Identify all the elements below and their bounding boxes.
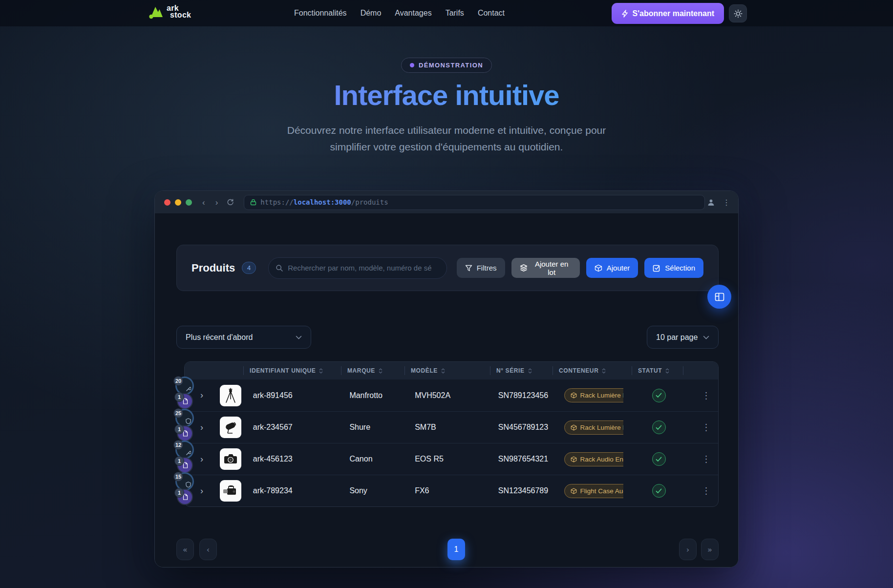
demo-badge-label: DÉMONSTRATION <box>419 62 483 69</box>
per-page-value: 10 par page <box>656 333 698 342</box>
layout-icon <box>715 293 724 301</box>
sort-icon <box>602 368 606 374</box>
row-quantity-badges: 12 1 <box>175 441 194 473</box>
browser-window: ‹ › https://localhost:3000/produits ⋮ Pr… <box>154 190 739 567</box>
sort-icon <box>441 368 445 374</box>
cell-identifiant: ark-456123 <box>253 455 350 463</box>
box-icon <box>595 264 602 272</box>
url-bar[interactable]: https://localhost:3000/produits <box>244 195 705 210</box>
product-thumbnail-camera <box>220 448 241 470</box>
close-button[interactable] <box>164 199 170 206</box>
container-box-icon <box>571 392 577 399</box>
lock-icon <box>250 199 256 206</box>
page-subtitle: Découvrez notre interface utilisateur mo… <box>276 122 617 155</box>
maximize-button[interactable] <box>186 199 192 206</box>
brand-logo[interactable]: arkstock <box>148 4 191 20</box>
container-box-icon <box>571 456 577 462</box>
table-row: 20 1 › ark-891456 Manfrotto MVH502A SN78… <box>185 379 718 411</box>
nav-link-avantages[interactable]: Avantages <box>395 9 431 18</box>
cell-identifiant: ark-891456 <box>253 391 350 400</box>
shield-icon <box>186 418 191 424</box>
sort-dropdown[interactable]: Plus récent d'abord <box>176 326 311 349</box>
layers-icon <box>520 264 528 272</box>
nav-link-fonctionnalites[interactable]: Fonctionnalités <box>294 9 347 18</box>
nav-link-contact[interactable]: Contact <box>478 9 505 18</box>
document-count-badge: 1 <box>177 393 193 409</box>
chevron-down-icon <box>703 336 709 339</box>
column-header-modele[interactable]: MODÈLE <box>404 366 490 375</box>
table-header: IDENTIFIANT UNIQUE MARQUE MODÈLE N° SÉRI… <box>185 362 718 379</box>
per-page-dropdown[interactable]: 10 par page <box>647 326 719 349</box>
subscribe-button[interactable]: S'abonner maintenant <box>612 3 724 24</box>
row-actions-menu[interactable]: ⋮ <box>694 390 718 401</box>
brand-name: arkstock <box>167 5 191 19</box>
badge-dot-icon <box>410 63 414 67</box>
products-table: IDENTIFIANT UNIQUE MARQUE MODÈLE N° SÉRI… <box>184 361 719 507</box>
sort-value: Plus récent d'abord <box>186 333 253 342</box>
search-icon <box>276 264 283 272</box>
nav-link-demo[interactable]: Démo <box>361 9 382 18</box>
theme-toggle-button[interactable] <box>729 4 747 22</box>
browser-menu-icon[interactable]: ⋮ <box>723 198 730 207</box>
profile-icon[interactable] <box>707 199 715 206</box>
products-count-badge: 4 <box>242 262 256 274</box>
pagination-last-button[interactable]: » <box>701 539 719 560</box>
column-header-serie[interactable]: N° SÉRIE <box>490 366 553 375</box>
container-chip: Rack Lumière Ent <box>564 420 624 435</box>
add-button[interactable]: Ajouter <box>586 258 638 278</box>
sort-icon <box>319 368 323 374</box>
nav-link-tarifs[interactable]: Tarifs <box>446 9 464 18</box>
selection-button[interactable]: Sélection <box>644 258 703 278</box>
table-row: 25 1 › ark-234567 Shure SM7B SN456789123… <box>185 411 718 443</box>
row-actions-menu[interactable]: ⋮ <box>694 454 718 464</box>
forward-icon[interactable]: › <box>215 198 218 207</box>
product-thumbnail-microphone <box>220 417 241 438</box>
column-header-statut[interactable]: STATUT <box>632 366 683 375</box>
pagination: « ‹ 1 › » <box>176 539 719 560</box>
view-layout-fab[interactable] <box>707 285 731 309</box>
pagination-prev-button[interactable]: ‹ <box>199 539 217 560</box>
column-header-marque[interactable]: MARQUE <box>341 366 404 375</box>
status-ok-icon <box>652 420 666 434</box>
column-header-identifiant[interactable]: IDENTIFIANT UNIQUE <box>243 366 341 375</box>
url-text: https://localhost:3000/produits <box>260 198 388 206</box>
back-icon[interactable]: ‹ <box>202 198 205 207</box>
cell-modele: MVH502A <box>415 391 498 400</box>
product-thumbnail-tripod <box>220 385 241 406</box>
status-ok-icon <box>652 452 666 466</box>
container-chip: Rack Lumière Ent <box>564 388 624 402</box>
window-controls <box>164 199 192 206</box>
cell-marque: Manfrotto <box>349 391 415 400</box>
top-navbar: arkstock Fonctionnalités Démo Avantages … <box>0 0 893 26</box>
column-header-conteneur[interactable]: CONTENEUR <box>553 366 632 375</box>
products-title: Produits <box>191 262 235 274</box>
bolt-icon <box>621 10 628 18</box>
cell-modele: SM7B <box>415 423 498 432</box>
pagination-next-button[interactable]: › <box>679 539 697 560</box>
status-ok-icon <box>652 389 666 402</box>
subscribe-label: S'abonner maintenant <box>633 9 714 18</box>
pagination-first-button[interactable]: « <box>176 539 194 560</box>
row-quantity-badges: 25 1 <box>175 409 194 441</box>
check-square-icon <box>653 264 660 272</box>
pagination-current-page[interactable]: 1 <box>447 539 465 560</box>
bulk-add-button[interactable]: Ajouter en lot <box>511 258 580 278</box>
sort-icon <box>665 368 669 374</box>
document-count-badge: 1 <box>177 457 193 473</box>
row-quantity-badges: 20 1 <box>175 377 194 409</box>
row-actions-menu[interactable]: ⋮ <box>694 422 718 433</box>
page-title: Interface intuitive <box>0 79 893 111</box>
filters-button[interactable]: Filtres <box>457 258 505 278</box>
funnel-icon <box>465 265 472 272</box>
refresh-icon[interactable] <box>227 199 234 206</box>
container-box-icon <box>571 424 577 431</box>
app-content: Produits 4 Filtres Ajouter en lot <box>155 214 738 567</box>
cell-serie: SN987654321 <box>498 455 564 463</box>
search-input[interactable] <box>288 264 439 272</box>
search-box <box>268 257 446 279</box>
minimize-button[interactable] <box>175 199 181 206</box>
container-chip: Rack Audio Enfan <box>564 452 624 466</box>
container-chip: Flight Case Audio <box>564 484 624 498</box>
row-actions-menu[interactable]: ⋮ <box>694 485 718 496</box>
demo-badge: DÉMONSTRATION <box>401 58 492 73</box>
